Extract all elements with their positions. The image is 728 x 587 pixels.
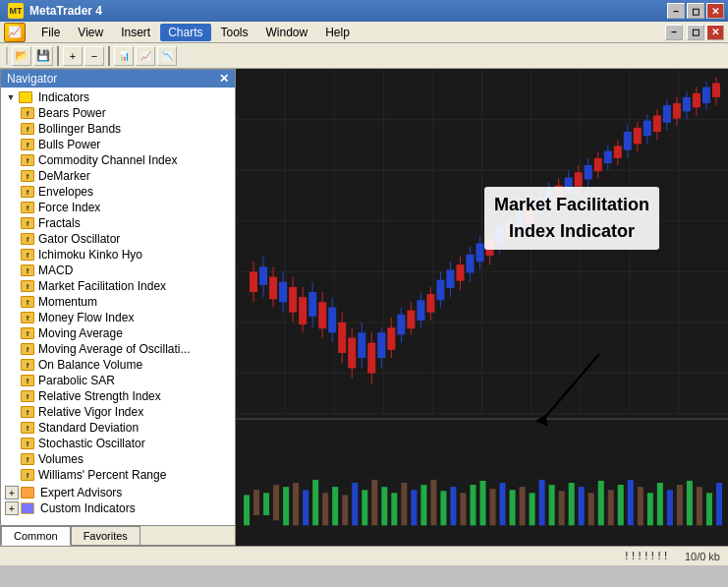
nav-item-bulls-power[interactable]: f Bulls Power bbox=[1, 137, 235, 152]
indicator-icon-18: f bbox=[21, 375, 34, 386]
nav-item-label-6: Envelopes bbox=[38, 185, 93, 199]
title-bar-left: MT MetaTrader 4 bbox=[8, 3, 102, 19]
toolbar-btn-3[interactable]: + bbox=[63, 46, 83, 66]
toolbar-separator bbox=[57, 46, 59, 66]
close-button[interactable]: ✕ bbox=[706, 3, 724, 19]
title-text: MetaTrader 4 bbox=[29, 4, 102, 18]
nav-item-cci[interactable]: f Commodity Channel Index bbox=[1, 152, 235, 168]
navigator-close-button[interactable]: ✕ bbox=[219, 72, 229, 86]
nav-item-mfi[interactable]: f Market Facilitation Index bbox=[1, 278, 235, 294]
svg-rect-34 bbox=[328, 308, 336, 333]
nav-item-williams[interactable]: f Williams' Percent Range bbox=[1, 467, 235, 483]
menu-charts[interactable]: Charts bbox=[160, 24, 210, 41]
chart-area[interactable]: Market Facilitation Index Indicator bbox=[236, 69, 728, 546]
nav-item-demarker[interactable]: f DeMarker bbox=[1, 168, 235, 184]
nav-item-momentum[interactable]: f Momentum bbox=[1, 294, 235, 310]
nav-item-volumes[interactable]: f Volumes bbox=[1, 451, 235, 467]
nav-item-stochastic[interactable]: f Stochastic Oscillator bbox=[1, 436, 235, 451]
menu-help[interactable]: Help bbox=[317, 24, 358, 41]
nav-item-label-18: Parabolic SAR bbox=[38, 374, 115, 387]
app-icon: MT bbox=[8, 3, 24, 19]
svg-rect-127 bbox=[371, 480, 377, 525]
nav-item-label-4: Commodity Channel Index bbox=[38, 153, 177, 167]
svg-rect-150 bbox=[598, 481, 604, 525]
expand-custom-icon[interactable]: + bbox=[5, 501, 19, 515]
experts-folder-icon bbox=[21, 487, 34, 499]
navigator-tabs: Common Favorites bbox=[1, 525, 235, 545]
nav-item-envelopes[interactable]: f Envelopes bbox=[1, 184, 235, 200]
nav-item-rsi[interactable]: f Relative Strength Index bbox=[1, 388, 235, 404]
nav-item-label-8: Fractals bbox=[38, 216, 81, 230]
nav-item-parabolic[interactable]: f Parabolic SAR bbox=[1, 373, 235, 388]
nav-item-label-15: Moving Average bbox=[38, 326, 123, 340]
indicator-icon-9: f bbox=[21, 233, 34, 245]
svg-rect-26 bbox=[289, 287, 297, 313]
svg-rect-88 bbox=[594, 158, 602, 171]
svg-rect-135 bbox=[450, 487, 456, 525]
status-info: 10/0 kb bbox=[685, 551, 720, 562]
nav-section-custom[interactable]: + Custom Indicators bbox=[1, 500, 235, 516]
expand-experts-icon[interactable]: + bbox=[5, 486, 19, 499]
nav-item-rvi[interactable]: f Relative Vigor Index bbox=[1, 404, 235, 420]
nav-item-force-index[interactable]: f Force Index bbox=[1, 200, 235, 215]
nav-item-label-13: Momentum bbox=[38, 295, 97, 309]
svg-rect-138 bbox=[479, 481, 485, 525]
svg-rect-90 bbox=[604, 151, 612, 163]
nav-item-money-flow[interactable]: f Money Flow Index bbox=[1, 310, 235, 325]
nav-item-moving-avg-osc[interactable]: f Moving Average of Oscillati... bbox=[1, 341, 235, 357]
menu-close-button[interactable]: ✕ bbox=[706, 25, 724, 40]
toolbar-btn-7[interactable]: 📉 bbox=[157, 46, 177, 66]
experts-label: Expert Advisors bbox=[40, 486, 122, 499]
minimize-button[interactable]: – bbox=[667, 3, 685, 19]
toolbar-btn-2[interactable]: 💾 bbox=[33, 46, 53, 66]
indicator-icon-12: f bbox=[21, 280, 34, 292]
nav-item-std-dev[interactable]: f Standard Deviation bbox=[1, 420, 235, 436]
svg-rect-50 bbox=[407, 311, 415, 329]
toolbar-btn-4[interactable]: − bbox=[84, 46, 104, 66]
svg-rect-120 bbox=[303, 490, 308, 525]
svg-rect-56 bbox=[436, 280, 444, 301]
nav-item-fractals[interactable]: f Fractals bbox=[1, 215, 235, 231]
nav-item-gator[interactable]: f Gator Oscillator bbox=[1, 231, 235, 247]
nav-section-indicators[interactable]: ▼ Indicators bbox=[1, 89, 235, 105]
nav-item-label-7: Force Index bbox=[38, 201, 100, 214]
menu-file[interactable]: File bbox=[33, 24, 68, 41]
tab-favorites[interactable]: Favorites bbox=[71, 526, 140, 545]
svg-rect-146 bbox=[559, 491, 565, 525]
toolbar-btn-5[interactable]: 📊 bbox=[114, 46, 134, 66]
menu-restore-button[interactable]: ◻ bbox=[687, 25, 704, 40]
menu-tools[interactable]: Tools bbox=[213, 24, 256, 41]
navigator-body[interactable]: ▼ Indicators f Bears Power f Bollinger B… bbox=[1, 88, 235, 525]
svg-rect-128 bbox=[381, 487, 387, 525]
indicator-icon-17: f bbox=[21, 359, 34, 371]
menu-minimize-button[interactable]: – bbox=[665, 25, 683, 40]
nav-item-bears-power[interactable]: f Bears Power bbox=[1, 105, 235, 121]
indicator-icon-13: f bbox=[21, 296, 34, 308]
svg-rect-137 bbox=[470, 485, 476, 525]
title-bar: MT MetaTrader 4 – ◻ ✕ bbox=[0, 0, 728, 22]
menu-window[interactable]: Window bbox=[258, 24, 316, 41]
svg-rect-18 bbox=[250, 271, 257, 292]
nav-item-moving-avg[interactable]: f Moving Average bbox=[1, 325, 235, 341]
svg-rect-30 bbox=[308, 292, 316, 317]
restore-button[interactable]: ◻ bbox=[687, 3, 704, 19]
nav-item-macd[interactable]: f MACD bbox=[1, 263, 235, 278]
menu-insert[interactable]: Insert bbox=[113, 24, 158, 41]
toolbar-btn-6[interactable]: 📈 bbox=[136, 46, 155, 66]
nav-item-bollinger[interactable]: f Bollinger Bands bbox=[1, 121, 235, 137]
chart-svg bbox=[236, 69, 728, 546]
nav-item-label-3: Bulls Power bbox=[38, 138, 100, 151]
nav-section-experts[interactable]: + Expert Advisors bbox=[1, 485, 235, 500]
svg-rect-142 bbox=[520, 487, 526, 525]
indicator-icon-24: f bbox=[21, 469, 34, 481]
nav-item-ichimoku[interactable]: f Ichimoku Kinko Hyo bbox=[1, 247, 235, 263]
nav-item-label-2: Bollinger Bands bbox=[38, 122, 121, 136]
menu-view[interactable]: View bbox=[70, 24, 111, 41]
tab-common[interactable]: Common bbox=[1, 526, 71, 546]
toolbar-btn-1[interactable]: 📂 bbox=[12, 46, 31, 66]
svg-rect-145 bbox=[549, 485, 555, 525]
svg-rect-20 bbox=[259, 266, 267, 285]
nav-item-label-5: DeMarker bbox=[38, 169, 90, 183]
svg-rect-140 bbox=[500, 483, 506, 525]
nav-item-obv[interactable]: f On Balance Volume bbox=[1, 357, 235, 373]
